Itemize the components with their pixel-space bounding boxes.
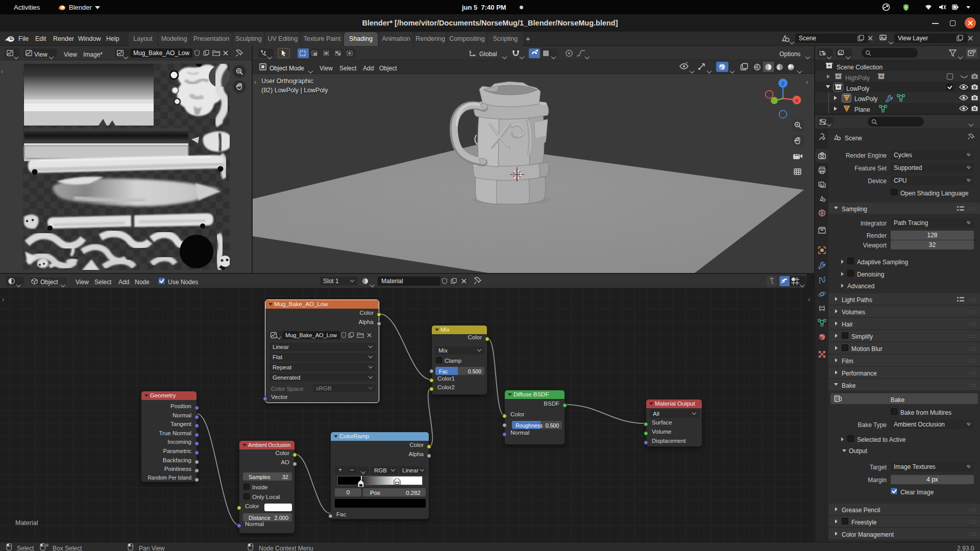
svg-text:X: X xyxy=(795,97,799,103)
svg-text:Z: Z xyxy=(781,81,785,86)
svg-text:‹: ‹ xyxy=(806,78,808,86)
svg-text:›: › xyxy=(254,78,256,86)
